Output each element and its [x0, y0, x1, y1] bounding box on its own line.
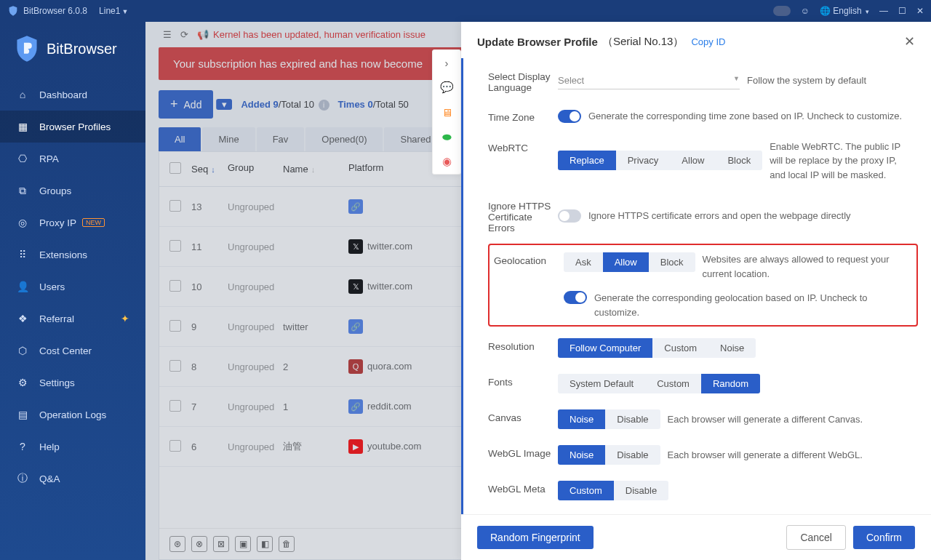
res-follow[interactable]: Follow Computer: [558, 338, 652, 358]
sidebar-item-proxy-ip[interactable]: ◎Proxy IPNEW: [0, 207, 145, 239]
sidebar-icon: ⚙: [16, 376, 29, 389]
sidebar-item-referral[interactable]: ❖Referral✦: [0, 303, 145, 335]
sidebar-icon: ◎: [16, 216, 29, 229]
sidebar-icon: ▦: [16, 120, 29, 133]
theme-toggle-icon[interactable]: [773, 6, 791, 16]
sidebar-label: Settings: [39, 377, 75, 388]
sidebar-icon: ⠿: [16, 248, 29, 261]
new-badge: NEW: [82, 218, 105, 227]
update-profile-drawer: Update Browser Profile （Serial No.13） Co…: [461, 22, 931, 560]
https-toggle[interactable]: [558, 209, 581, 223]
sidebar-label: Groups: [39, 185, 71, 196]
row-webrtc: WebRTC Replace Privacy Allow Block Enabl…: [488, 134, 918, 193]
confirm-button[interactable]: Confirm: [853, 526, 915, 549]
sidebar-item-dashboard[interactable]: ⌂Dashboard: [0, 79, 145, 111]
sidebar-item-help[interactable]: ?Help: [0, 431, 145, 463]
language-select[interactable]: Select▼: [558, 72, 740, 89]
sidebar-item-q&a[interactable]: ⓘQ&A: [0, 463, 145, 495]
canvas-noise[interactable]: Noise: [558, 409, 605, 429]
drawer-close-icon[interactable]: ✕: [904, 33, 915, 49]
sidebar-item-groups[interactable]: ⧉Groups: [0, 175, 145, 207]
geolocation-segment: Ask Allow Block: [564, 252, 695, 272]
copy-id-link[interactable]: Copy ID: [691, 36, 725, 47]
minimize-icon[interactable]: —: [879, 6, 888, 16]
webglm-disable[interactable]: Disable: [614, 481, 668, 500]
chevron-right-icon[interactable]: ›: [439, 56, 455, 69]
label-webgl-image: WebGL Image: [488, 445, 558, 465]
sidebar-label: Q&A: [39, 473, 60, 484]
fonts-random[interactable]: Random: [701, 374, 760, 393]
sidebar-item-rpa[interactable]: ⎔RPA: [0, 143, 145, 175]
sidebar-label: Extensions: [39, 249, 87, 260]
sparkle-icon: ✦: [121, 313, 129, 324]
brand-text: BitBrowser: [47, 41, 117, 57]
label-geolocation: Geolocation: [494, 252, 564, 319]
chat-icon[interactable]: 💬: [439, 81, 455, 94]
cancel-button[interactable]: Cancel: [786, 525, 846, 550]
webglm-custom[interactable]: Custom: [558, 481, 614, 500]
geo-block[interactable]: Block: [649, 252, 695, 272]
desc-geolocation2: Generate the corresponding geolocation b…: [594, 291, 912, 319]
title-bar: BitBrowser 6.0.8 Line1▼ ☺ 🌐 English ▾ — …: [0, 0, 931, 22]
label-fonts: Fonts: [488, 374, 558, 393]
sidebar-item-extensions[interactable]: ⠿Extensions: [0, 239, 145, 271]
sidebar-item-operation-logs[interactable]: ▤Operation Logs: [0, 399, 145, 431]
desc-geolocation: Websites are always allowed to request y…: [703, 252, 912, 281]
maximize-icon[interactable]: ☐: [898, 6, 906, 16]
webrtc-privacy[interactable]: Privacy: [616, 151, 671, 170]
row-geolocation: Geolocation Ask Allow Block Websites are…: [488, 244, 918, 327]
geo-ask[interactable]: Ask: [564, 252, 603, 272]
label-webrtc: WebRTC: [488, 140, 558, 183]
desc-https: Ignore HTTPS certificate errors and open…: [588, 209, 918, 223]
row-webgl-meta: WebGL Meta Custom Disable: [488, 475, 918, 511]
sidebar-label: Operation Logs: [39, 409, 106, 420]
app-title: BitBrowser 6.0.8: [23, 6, 87, 16]
webrtc-block[interactable]: Block: [716, 151, 762, 170]
sidebar-item-users[interactable]: 👤Users: [0, 271, 145, 303]
feedback-icon[interactable]: ☺: [801, 6, 810, 16]
fonts-custom[interactable]: Custom: [645, 374, 701, 393]
webgli-noise[interactable]: Noise: [558, 445, 605, 465]
sidebar-label: Users: [39, 281, 65, 292]
canvas-disable[interactable]: Disable: [605, 409, 660, 429]
sidebar-item-browser-profiles[interactable]: ▦Browser Profiles: [0, 111, 145, 143]
desc-webgl-image: Each browser will generate a different W…: [668, 448, 918, 463]
fonts-system[interactable]: System Default: [558, 374, 645, 393]
sidebar-icon: ▤: [16, 408, 29, 421]
language-selector[interactable]: 🌐 English ▾: [820, 6, 869, 16]
res-noise[interactable]: Noise: [708, 338, 756, 358]
sidebar-icon: ⎔: [16, 152, 29, 165]
webrtc-segment: Replace Privacy Allow Block: [558, 151, 762, 170]
close-icon[interactable]: ✕: [916, 6, 924, 16]
sidebar-item-cost-center[interactable]: ⬡Cost Center: [0, 335, 145, 367]
webrtc-allow[interactable]: Allow: [670, 151, 716, 170]
sidebar-label: Proxy IP: [39, 217, 76, 228]
row-fonts: Fonts System Default Custom Random: [488, 368, 918, 404]
side-dock: › 💬 🖥 ⬬ ◉: [432, 49, 461, 175]
sidebar-icon: 👤: [16, 280, 29, 293]
sidebar-icon: ⬡: [16, 344, 29, 357]
sidebar-item-settings[interactable]: ⚙Settings: [0, 367, 145, 399]
toggle-pill-icon[interactable]: ⬬: [439, 130, 455, 143]
desc-webrtc: Enable WebRTC. The public IP will be rep…: [770, 140, 908, 183]
drawer-header: Update Browser Profile （Serial No.13） Co…: [461, 22, 931, 58]
row-language: Select Display Language Select▼ Follow t…: [488, 63, 918, 103]
geo-allow[interactable]: Allow: [603, 252, 649, 272]
line-selector[interactable]: Line1▼: [99, 6, 128, 16]
webgli-disable[interactable]: Disable: [605, 445, 660, 465]
label-https: Ignore HTTPS Certificate Errors: [488, 198, 558, 233]
label-resolution: Resolution: [488, 338, 558, 358]
res-custom[interactable]: Custom: [652, 338, 708, 358]
sidebar: BitBrowser ⌂Dashboard▦Browser Profiles⎔R…: [0, 22, 145, 560]
fingerprint-icon[interactable]: ◉: [439, 155, 455, 168]
sidebar-icon: ?: [16, 440, 29, 453]
timezone-toggle[interactable]: [558, 110, 581, 123]
row-webgl-image: WebGL Image Noise Disable Each browser w…: [488, 439, 918, 475]
webrtc-replace[interactable]: Replace: [558, 151, 616, 170]
sidebar-label: Cost Center: [39, 345, 92, 356]
row-resolution: Resolution Follow Computer Custom Noise: [488, 332, 918, 368]
random-fingerprint-button[interactable]: Random Fingerprint: [477, 526, 594, 549]
geolocation-ip-toggle[interactable]: [564, 291, 587, 304]
sidebar-icon: ⧉: [16, 184, 29, 197]
display-icon[interactable]: 🖥: [439, 105, 455, 119]
